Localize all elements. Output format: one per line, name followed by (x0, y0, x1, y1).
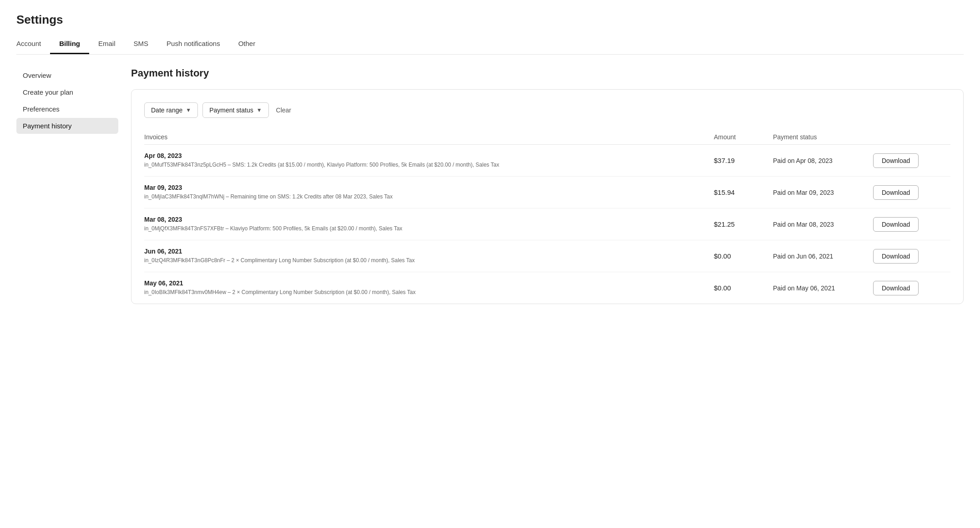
invoice-date: May 06, 2021 (144, 279, 714, 287)
tab-other[interactable]: Other (229, 35, 265, 54)
date-range-filter[interactable]: Date range ▼ (144, 102, 198, 118)
invoice-action: Download (873, 249, 950, 264)
invoice-action: Download (873, 153, 950, 168)
download-button[interactable]: Download (873, 281, 919, 295)
chevron-down-icon: ▼ (257, 107, 262, 113)
download-button[interactable]: Download (873, 185, 919, 200)
invoice-date: Apr 08, 2023 (144, 152, 714, 159)
sidebar: OverviewCreate your planPreferencesPayme… (0, 55, 118, 320)
invoice-date: Mar 09, 2023 (144, 184, 714, 191)
invoice-amount: $0.00 (714, 252, 773, 260)
page-title: Settings (16, 13, 964, 27)
table-row: Apr 08, 2023in_0MufT53MFlk84T3nz5pLGcH5 … (144, 145, 950, 177)
col-invoices: Invoices (144, 133, 714, 141)
download-button[interactable]: Download (873, 153, 919, 168)
invoice-amount: $15.94 (714, 188, 773, 196)
invoice-amount: $0.00 (714, 284, 773, 292)
payment-status-filter[interactable]: Payment status ▼ (202, 102, 268, 118)
sidebar-item-payment-history[interactable]: Payment history (16, 118, 118, 134)
table-row: Jun 06, 2021in_0IzQ4R3MFlk84T3nG8Pc8nFr … (144, 240, 950, 272)
tab-email[interactable]: Email (89, 35, 125, 54)
sidebar-item-preferences[interactable]: Preferences (16, 101, 118, 117)
tab-sms[interactable]: SMS (125, 35, 158, 54)
tab-billing[interactable]: Billing (50, 35, 89, 54)
invoice-cell: Jun 06, 2021in_0IzQ4R3MFlk84T3nG8Pc8nFr … (144, 248, 714, 264)
invoice-cell: Mar 09, 2023in_0MjIaC3MFlk84T3nqlM7hWNj … (144, 184, 714, 201)
table-header: Invoices Amount Payment status (144, 129, 950, 145)
content-area: OverviewCreate your planPreferencesPayme… (0, 55, 980, 320)
page-header: Settings AccountBillingEmailSMSPush noti… (0, 0, 980, 55)
download-button[interactable]: Download (873, 217, 919, 232)
date-range-label: Date range (151, 107, 182, 114)
top-nav: AccountBillingEmailSMSPush notifications… (16, 35, 964, 55)
clear-button[interactable]: Clear (273, 105, 294, 116)
col-payment-status: Payment status (773, 133, 873, 141)
invoice-amount: $21.25 (714, 220, 773, 228)
chevron-down-icon: ▼ (186, 107, 191, 113)
invoice-action: Download (873, 217, 950, 232)
invoice-table: Apr 08, 2023in_0MufT53MFlk84T3nz5pLGcH5 … (144, 145, 950, 304)
invoice-date: Mar 08, 2023 (144, 216, 714, 223)
invoice-action: Download (873, 281, 950, 295)
download-button[interactable]: Download (873, 249, 919, 264)
invoice-description: in_0MjQfX3MFlk84T3nFS7XFBtr – Klaviyo Pl… (144, 224, 714, 233)
table-row: Mar 08, 2023in_0MjQfX3MFlk84T3nFS7XFBtr … (144, 208, 950, 240)
main-content: Payment history Date range ▼ Payment sta… (118, 55, 980, 320)
invoice-status: Paid on May 06, 2021 (773, 284, 873, 292)
table-row: May 06, 2021in_0IoBIk3MFlk84T3nmv0MH4ew … (144, 272, 950, 304)
invoice-amount: $37.19 (714, 157, 773, 164)
invoice-description: in_0IzQ4R3MFlk84T3nG8Pc8nFr – 2 × Compli… (144, 256, 714, 264)
section-title: Payment history (131, 67, 964, 79)
filters-row: Date range ▼ Payment status ▼ Clear (144, 102, 950, 118)
invoice-cell: Mar 08, 2023in_0MjQfX3MFlk84T3nFS7XFBtr … (144, 216, 714, 233)
invoice-status: Paid on Apr 08, 2023 (773, 157, 873, 164)
table-row: Mar 09, 2023in_0MjIaC3MFlk84T3nqlM7hWNj … (144, 177, 950, 208)
payment-history-card: Date range ▼ Payment status ▼ Clear Invo… (131, 89, 964, 304)
tab-push-notifications[interactable]: Push notifications (157, 35, 229, 54)
invoice-status: Paid on Mar 08, 2023 (773, 221, 873, 228)
invoice-status: Paid on Mar 09, 2023 (773, 189, 873, 196)
invoice-description: in_0MufT53MFlk84T3nz5pLGcH5 – SMS: 1.2k … (144, 161, 714, 169)
tab-account[interactable]: Account (16, 35, 50, 54)
invoice-action: Download (873, 185, 950, 200)
col-amount: Amount (714, 133, 773, 141)
invoice-description: in_0IoBIk3MFlk84T3nmv0MH4ew – 2 × Compli… (144, 288, 714, 296)
invoice-cell: May 06, 2021in_0IoBIk3MFlk84T3nmv0MH4ew … (144, 279, 714, 296)
invoice-date: Jun 06, 2021 (144, 248, 714, 255)
col-action (873, 133, 950, 141)
invoice-description: in_0MjIaC3MFlk84T3nqlM7hWNj – Remaining … (144, 193, 714, 201)
invoice-cell: Apr 08, 2023in_0MufT53MFlk84T3nz5pLGcH5 … (144, 152, 714, 169)
payment-status-label: Payment status (209, 107, 253, 114)
invoice-status: Paid on Jun 06, 2021 (773, 253, 873, 260)
sidebar-item-overview[interactable]: Overview (16, 67, 118, 83)
sidebar-item-create-your-plan[interactable]: Create your plan (16, 84, 118, 100)
